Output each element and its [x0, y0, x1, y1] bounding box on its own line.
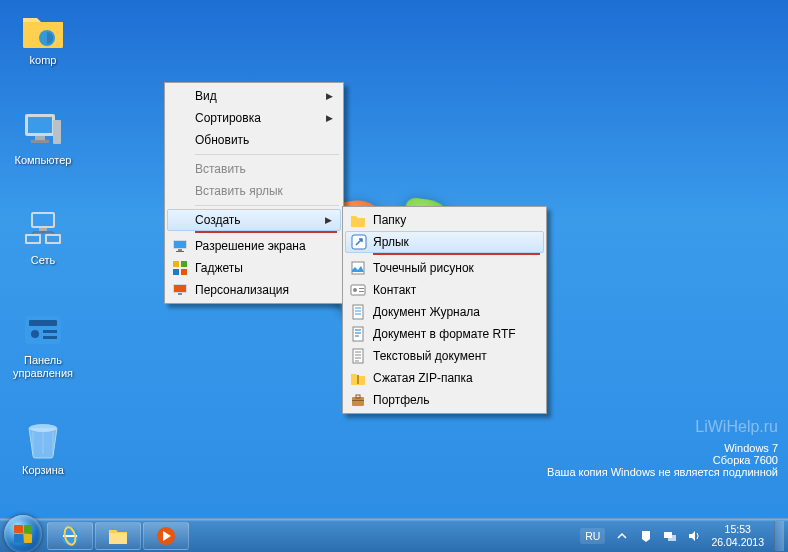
menu-label: Контакт — [373, 283, 416, 297]
desktop-icon-label: Панель управления — [8, 354, 78, 379]
create-submenu: Папку Ярлык Точечный рисунок Контакт Док… — [342, 206, 547, 414]
start-button[interactable] — [4, 515, 42, 553]
svg-rect-12 — [47, 236, 59, 242]
svg-rect-34 — [359, 288, 364, 289]
svg-rect-31 — [352, 262, 364, 274]
monitor-icon — [171, 237, 189, 255]
network-tray-icon[interactable] — [663, 529, 677, 543]
system-tray: RU 15:53 26.04.2013 — [580, 521, 788, 551]
action-center-icon[interactable] — [639, 529, 653, 543]
svg-rect-36 — [353, 305, 363, 319]
svg-rect-17 — [43, 336, 57, 339]
desktop-icon-computer[interactable]: Компьютер — [8, 108, 78, 167]
taskbar-pinned-ie[interactable] — [47, 522, 93, 550]
windows-flag-icon — [14, 525, 32, 543]
menu-label: Ярлык — [373, 235, 409, 249]
svg-rect-4 — [31, 140, 49, 143]
menu-label: Папку — [373, 213, 406, 227]
svg-rect-42 — [352, 400, 364, 401]
highlight-underline — [373, 253, 540, 255]
rtf-icon — [349, 325, 367, 343]
menu-item-create[interactable]: Создать▶ — [167, 209, 341, 231]
menu-item-view[interactable]: Вид▶ — [167, 85, 341, 107]
svg-rect-39 — [357, 375, 359, 384]
submenu-item-text[interactable]: Текстовый документ — [345, 345, 544, 367]
taskbar[interactable]: RU 15:53 26.04.2013 — [0, 518, 788, 552]
svg-rect-23 — [173, 261, 179, 267]
menu-label: Гаджеты — [195, 261, 243, 275]
shortcut-icon — [350, 233, 368, 251]
svg-rect-48 — [668, 535, 676, 541]
menu-label: Вставить — [195, 162, 246, 176]
ie-icon — [59, 525, 81, 547]
highlight-underline — [195, 231, 337, 233]
svg-rect-8 — [39, 228, 47, 231]
volume-icon[interactable] — [687, 529, 701, 543]
menu-label: Документ Журнала — [373, 305, 480, 319]
desktop-icon-label: Компьютер — [8, 154, 78, 167]
menu-item-personalize[interactable]: Персонализация — [167, 279, 341, 301]
submenu-item-briefcase[interactable]: Портфель — [345, 389, 544, 411]
submenu-arrow-icon: ▶ — [325, 215, 332, 225]
submenu-item-zip[interactable]: Сжатая ZIP-папка — [345, 367, 544, 389]
menu-label: Сжатая ZIP-папка — [373, 371, 473, 385]
submenu-item-folder[interactable]: Папку — [345, 209, 544, 231]
gadgets-icon — [171, 259, 189, 277]
desktop-icon-recycle-bin[interactable]: Корзина — [8, 418, 78, 477]
svg-rect-45 — [109, 533, 127, 544]
watermark-site: LiWiHelp.ru — [547, 418, 778, 436]
menu-item-refresh[interactable]: Обновить — [167, 129, 341, 151]
svg-rect-26 — [181, 269, 187, 275]
menu-label: Сортировка — [195, 111, 261, 125]
taskbar-pinned-wmp[interactable] — [143, 522, 189, 550]
menu-label: Разрешение экрана — [195, 239, 306, 253]
menu-item-paste-shortcut: Вставить ярлык — [167, 180, 341, 202]
desktop-icon-label: Сеть — [8, 254, 78, 267]
activation-watermark: LiWiHelp.ru Windows 7 Сборка 7600 Ваша к… — [547, 418, 778, 478]
desktop[interactable]: komp Компьютер Сеть Панель управления Ко… — [0, 0, 788, 518]
menu-item-sort[interactable]: Сортировка▶ — [167, 107, 341, 129]
tray-chevron-icon[interactable] — [615, 529, 629, 543]
svg-rect-28 — [174, 285, 186, 292]
computer-icon — [21, 108, 65, 152]
menu-label: Персонализация — [195, 283, 289, 297]
svg-rect-24 — [181, 261, 187, 267]
svg-rect-29 — [178, 293, 182, 295]
desktop-icon-control-panel[interactable]: Панель управления — [8, 308, 78, 379]
svg-rect-2 — [28, 117, 52, 133]
desktop-icon-network[interactable]: Сеть — [8, 208, 78, 267]
menu-separator — [195, 154, 339, 155]
svg-rect-14 — [29, 320, 57, 326]
menu-label: Обновить — [195, 133, 249, 147]
menu-separator — [195, 205, 339, 206]
text-icon — [349, 347, 367, 365]
taskbar-clock[interactable]: 15:53 26.04.2013 — [711, 523, 764, 547]
menu-item-screen-resolution[interactable]: Разрешение экрана — [167, 235, 341, 257]
submenu-item-journal[interactable]: Документ Журнала — [345, 301, 544, 323]
taskbar-pinned-explorer[interactable] — [95, 522, 141, 550]
menu-item-gadgets[interactable]: Гаджеты — [167, 257, 341, 279]
journal-icon — [349, 303, 367, 321]
svg-rect-5 — [53, 120, 61, 144]
submenu-item-contact[interactable]: Контакт — [345, 279, 544, 301]
submenu-item-rtf[interactable]: Документ в формате RTF — [345, 323, 544, 345]
wmp-icon — [155, 525, 177, 547]
desktop-icon-label: komp — [8, 54, 78, 67]
menu-item-paste: Вставить — [167, 158, 341, 180]
menu-label: Точечный рисунок — [373, 261, 474, 275]
recycle-bin-icon — [21, 418, 65, 462]
svg-point-15 — [31, 330, 39, 338]
watermark-line: Windows 7 — [547, 442, 778, 454]
bitmap-icon — [349, 259, 367, 277]
submenu-arrow-icon: ▶ — [326, 91, 333, 101]
svg-rect-7 — [33, 214, 53, 226]
svg-rect-35 — [359, 291, 364, 292]
desktop-icon-folder-komp[interactable]: komp — [8, 8, 78, 67]
contact-icon — [349, 281, 367, 299]
menu-label: Портфель — [373, 393, 430, 407]
submenu-item-bitmap[interactable]: Точечный рисунок — [345, 257, 544, 279]
submenu-item-shortcut[interactable]: Ярлык — [345, 231, 544, 253]
show-desktop-button[interactable] — [774, 521, 784, 551]
language-indicator[interactable]: RU — [580, 528, 605, 544]
network-icon — [21, 208, 65, 252]
